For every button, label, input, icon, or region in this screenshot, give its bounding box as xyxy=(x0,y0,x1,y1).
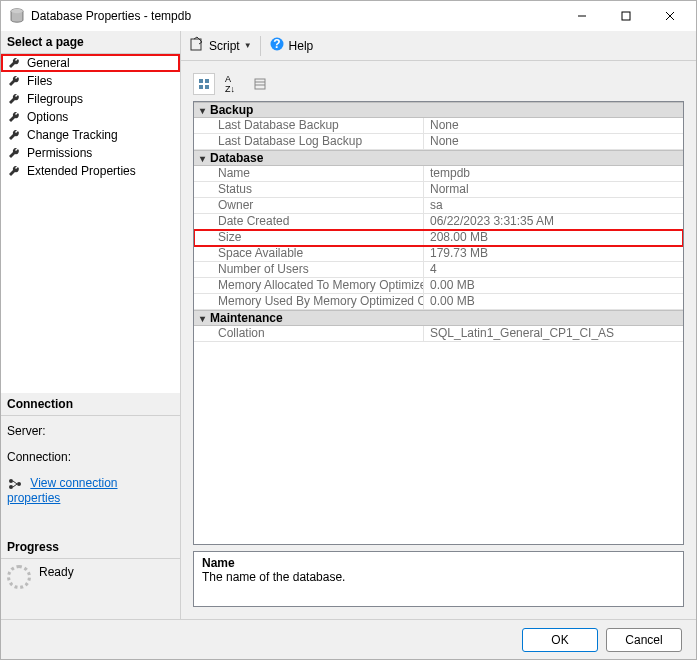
property-grid[interactable]: ▾Backup Last Database BackupNone Last Da… xyxy=(193,101,684,545)
wrench-icon xyxy=(7,164,21,178)
category-backup[interactable]: ▾Backup xyxy=(194,102,683,118)
page-label: Files xyxy=(27,74,52,88)
prop-last-log-backup[interactable]: Last Database Log BackupNone xyxy=(194,134,683,150)
page-item-permissions[interactable]: Permissions xyxy=(1,144,180,162)
prop-status[interactable]: StatusNormal xyxy=(194,182,683,198)
close-button[interactable] xyxy=(648,2,692,30)
svg-text:?: ? xyxy=(273,37,280,51)
page-item-filegroups[interactable]: Filegroups xyxy=(1,90,180,108)
connection-label: Connection: xyxy=(7,444,174,470)
wrench-icon xyxy=(7,110,21,124)
page-label: Permissions xyxy=(27,146,92,160)
svg-point-6 xyxy=(9,479,13,483)
description-box: Name The name of the database. xyxy=(193,551,684,607)
svg-line-9 xyxy=(13,481,17,484)
prop-memory-allocated[interactable]: Memory Allocated To Memory Optimized Obj… xyxy=(194,278,683,294)
page-label: Change Tracking xyxy=(27,128,118,142)
svg-rect-11 xyxy=(191,39,201,50)
page-label: General xyxy=(27,56,70,70)
svg-rect-14 xyxy=(199,79,203,83)
prop-space-available[interactable]: Space Available179.73 MB xyxy=(194,246,683,262)
cancel-button[interactable]: Cancel xyxy=(606,628,682,652)
svg-rect-15 xyxy=(205,79,209,83)
properties-icon[interactable] xyxy=(249,73,271,95)
wrench-icon xyxy=(7,74,21,88)
server-label: Server: xyxy=(7,418,174,444)
connection-header: Connection xyxy=(1,393,180,416)
category-database[interactable]: ▾Database xyxy=(194,150,683,166)
dialog-buttons: OK Cancel xyxy=(1,619,696,659)
svg-rect-3 xyxy=(622,12,630,20)
help-icon: ? xyxy=(269,36,285,55)
svg-rect-16 xyxy=(199,85,203,89)
maximize-button[interactable] xyxy=(604,2,648,30)
window-title: Database Properties - tempdb xyxy=(31,9,560,23)
svg-point-8 xyxy=(17,482,21,486)
categorized-view-button[interactable] xyxy=(193,73,215,95)
page-item-change-tracking[interactable]: Change Tracking xyxy=(1,126,180,144)
script-button[interactable]: Script xyxy=(209,39,240,53)
chevron-down-icon: ▾ xyxy=(194,153,210,164)
wrench-icon xyxy=(7,146,21,160)
wrench-icon xyxy=(7,92,21,106)
chevron-down-icon: ▾ xyxy=(194,105,210,116)
right-pane: Script ▼ ? Help AZ↓ ▾Backup Last Databas… xyxy=(181,31,696,619)
toolbar: Script ▼ ? Help xyxy=(181,31,696,61)
minimize-button[interactable] xyxy=(560,2,604,30)
progress-header: Progress xyxy=(1,536,180,559)
help-button[interactable]: Help xyxy=(289,39,314,53)
property-grid-toolbar: AZ↓ xyxy=(193,73,684,95)
svg-rect-17 xyxy=(205,85,209,89)
page-list: General Files Filegroups Options Change … xyxy=(1,54,180,393)
prop-name[interactable]: Nametempdb xyxy=(194,166,683,182)
ok-button[interactable]: OK xyxy=(522,628,598,652)
description-title: Name xyxy=(202,556,675,570)
description-text: The name of the database. xyxy=(202,570,675,584)
svg-rect-18 xyxy=(255,79,265,89)
prop-size[interactable]: Size208.00 MB xyxy=(194,230,683,246)
progress-spinner-icon xyxy=(7,565,31,589)
connection-icon xyxy=(7,477,27,491)
prop-last-db-backup[interactable]: Last Database BackupNone xyxy=(194,118,683,134)
page-item-general[interactable]: General xyxy=(1,54,180,72)
left-pane: Select a page General Files Filegroups O… xyxy=(1,31,181,619)
page-label: Filegroups xyxy=(27,92,83,106)
page-label: Extended Properties xyxy=(27,164,136,178)
database-icon xyxy=(9,8,25,24)
svg-line-10 xyxy=(13,484,17,487)
script-icon xyxy=(189,36,205,55)
prop-number-of-users[interactable]: Number of Users4 xyxy=(194,262,683,278)
prop-owner[interactable]: Ownersa xyxy=(194,198,683,214)
progress-status: Ready xyxy=(39,565,74,579)
prop-date-created[interactable]: Date Created06/22/2023 3:31:35 AM xyxy=(194,214,683,230)
page-label: Options xyxy=(27,110,68,124)
titlebar: Database Properties - tempdb xyxy=(1,1,696,31)
wrench-icon xyxy=(7,56,21,70)
prop-memory-used[interactable]: Memory Used By Memory Optimized Objects0… xyxy=(194,294,683,310)
alphabetical-view-button[interactable]: AZ↓ xyxy=(219,73,241,95)
page-item-extended-properties[interactable]: Extended Properties xyxy=(1,162,180,180)
wrench-icon xyxy=(7,128,21,142)
chevron-down-icon: ▾ xyxy=(194,313,210,324)
page-item-options[interactable]: Options xyxy=(1,108,180,126)
category-maintenance[interactable]: ▾Maintenance xyxy=(194,310,683,326)
select-page-header: Select a page xyxy=(1,31,180,54)
prop-collation[interactable]: CollationSQL_Latin1_General_CP1_CI_AS xyxy=(194,326,683,342)
svg-point-1 xyxy=(11,9,23,13)
page-item-files[interactable]: Files xyxy=(1,72,180,90)
script-dropdown-icon[interactable]: ▼ xyxy=(244,41,252,50)
svg-point-7 xyxy=(9,485,13,489)
